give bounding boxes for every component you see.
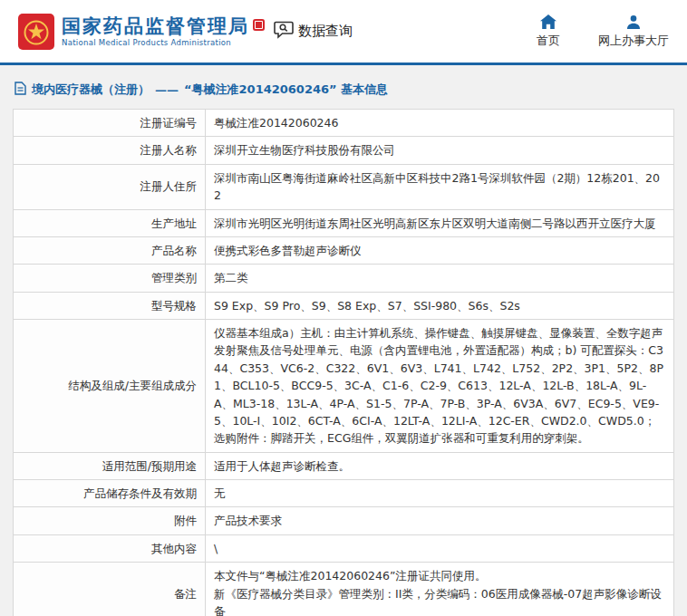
table-row: 产品名称便携式彩色多普勒超声诊断仪 [14,236,674,264]
row-value: 产品技术要求 [206,507,674,534]
info-table: 注册证编号粤械注准20142060246注册人名称深圳开立生物医疗科技股份有限公… [13,109,674,616]
row-label: 注册证编号 [14,110,206,137]
row-label: 型号规格 [14,292,206,319]
table-row: 适用范围/预期用途适用于人体超声诊断检查。 [14,452,674,479]
row-value: 适用于人体超声诊断检查。 [206,452,674,479]
row-value: \ [206,534,674,562]
brand-text: 国家药品监督管理局 National Medical Products Admi… [62,15,249,47]
table-row: 管理类别第二类 [14,265,674,292]
row-value: 深圳开立生物医疗科技股份有限公司 [206,137,674,164]
row-label: 产品储存条件及有效期 [14,480,206,507]
info-table-body: 注册证编号粤械注准20142060246注册人名称深圳开立生物医疗科技股份有限公… [14,110,674,616]
row-label: 适用范围/预期用途 [14,452,206,479]
table-row: 备注本文件与“粤械注准20142060246”注册证共同使用。 新《医疗器械分类… [14,563,674,616]
breadcrumb-category[interactable]: 境内医疗器械（注册） [32,82,150,98]
brand[interactable]: 国家药品监督管理局 National Medical Products Admi… [18,14,265,50]
row-value: 深圳市南山区粤海街道麻岭社区高新中区科技中2路1号深圳软件园（2期）12栋201… [206,164,674,209]
table-row: 其他内容\ [14,534,674,562]
user-icon [626,14,641,29]
main-content: 境内医疗器械（注册） —— “粤械注准20142060246” 基本信息 注册证… [0,65,687,616]
breadcrumb-title: “粤械注准20142060246” 基本信息 [184,82,388,98]
table-row: 型号规格S9 Exp、S9 Pro、S9、S8 Exp、S7、SSI-980、S… [14,292,674,319]
nav-service-hall[interactable]: 网上办事大厅 [598,14,669,49]
data-query-button[interactable]: 数据查询 [274,21,353,43]
table-row: 注册证编号粤械注准20142060246 [14,110,674,137]
row-value: 本文件与“粤械注准20142060246”注册证共同使用。 新《医疗器械分类目录… [206,563,674,616]
row-value: S9 Exp、S9 Pro、S9、S8 Exp、S7、SSI-980、S6s、S… [206,292,674,319]
row-label: 产品名称 [14,236,206,264]
site-header: 国家药品监督管理局 National Medical Products Admi… [0,0,687,65]
row-label: 注册人名称 [14,137,206,164]
row-label: 管理类别 [14,265,206,292]
table-row: 附件产品技术要求 [14,507,674,534]
table-row: 结构及组成/主要组成成分仪器基本组成a）主机：由主计算机系统、操作键盘、触摸屏键… [14,320,674,453]
row-value: 便携式彩色多普勒超声诊断仪 [206,236,674,264]
row-value: 粤械注准20142060246 [206,110,674,137]
row-label: 注册人住所 [14,164,206,209]
table-row: 生产地址深圳市光明区光明街道东周社区光明高新区东片区双明大道南侧二号路以西开立医… [14,209,674,236]
row-label: 其他内容 [14,534,206,562]
row-label: 结构及组成/主要组成成分 [14,320,206,453]
brand-badge-icon [253,19,265,31]
table-row: 注册人名称深圳开立生物医疗科技股份有限公司 [14,137,674,164]
nav-home[interactable]: 首页 [537,14,560,49]
breadcrumb-separator: —— [155,83,179,97]
agency-name-cn: 国家药品监督管理局 [62,15,249,38]
row-value: 第二类 [206,265,674,292]
document-icon [15,82,26,98]
table-row: 产品储存条件及有效期无 [14,480,674,507]
nav-service-hall-label: 网上办事大厅 [598,33,669,49]
nmpa-emblem-icon [18,14,54,50]
agency-name-en: National Medical Products Administration [62,38,249,47]
row-value: 仪器基本组成a）主机：由主计算机系统、操作键盘、触摸屏键盘、显像装置、全数字超声… [206,320,674,453]
data-query-label: 数据查询 [298,23,353,40]
row-label: 生产地址 [14,209,206,236]
row-label: 备注 [14,563,206,616]
table-row: 注册人住所深圳市南山区粤海街道麻岭社区高新中区科技中2路1号深圳软件园（2期）1… [14,164,674,209]
breadcrumb: 境内医疗器械（注册） —— “粤械注准20142060246” 基本信息 [15,82,674,98]
row-label: 附件 [14,507,206,534]
row-value: 无 [206,480,674,507]
page: 国家药品监督管理局 National Medical Products Admi… [0,0,687,616]
row-value: 深圳市光明区光明街道东周社区光明高新区东片区双明大道南侧二号路以西开立医疗大厦 [206,209,674,236]
home-icon [540,14,556,29]
data-query-icon [274,21,294,43]
nav-home-label: 首页 [537,33,560,49]
